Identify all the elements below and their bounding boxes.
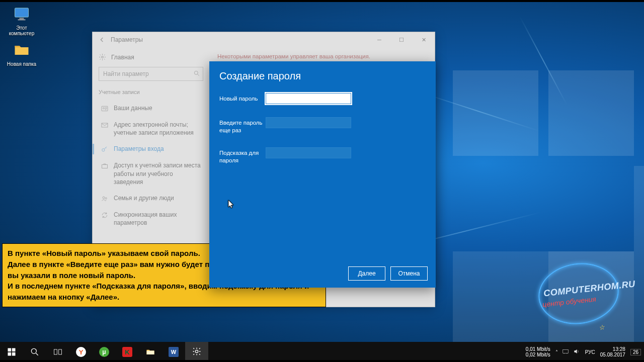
- close-button[interactable]: ✕: [413, 32, 435, 47]
- sidebar-item-label: Доступ к учетной записи места работы или…: [114, 161, 201, 186]
- sidebar-item-work-access[interactable]: Доступ к учетной записи места работы или…: [99, 157, 203, 190]
- people-icon: [101, 195, 109, 203]
- svg-point-10: [103, 197, 105, 199]
- mouse-cursor: [228, 200, 235, 210]
- sidebar-item-sync[interactable]: Синхронизация ваших параметров: [99, 207, 203, 231]
- key-icon: [101, 145, 109, 153]
- svg-rect-15: [12, 352, 16, 356]
- dialog-title: Создание пароля: [209, 61, 436, 93]
- taskbar-app-utorrent[interactable]: μ: [93, 342, 116, 362]
- svg-point-11: [105, 198, 107, 199]
- create-password-dialog: Создание пароля Новый пароль Введите пар…: [209, 61, 436, 288]
- svg-rect-12: [8, 348, 12, 352]
- svg-point-6: [103, 108, 105, 109]
- desktop-icon-label: Новая папка: [4, 61, 39, 67]
- desktop-icon-this-pc[interactable]: Этот компьютер: [4, 5, 39, 36]
- svg-rect-19: [147, 351, 154, 355]
- search-button[interactable]: [23, 342, 46, 362]
- back-button[interactable]: [97, 34, 108, 45]
- sidebar-item-family[interactable]: Семья и другие люди: [99, 190, 203, 207]
- sidebar-item-signin-options[interactable]: Параметры входа: [99, 141, 203, 157]
- sidebar-category: Учетные записи: [99, 89, 203, 95]
- svg-point-4: [194, 71, 198, 74]
- minimize-button[interactable]: ─: [368, 32, 390, 47]
- search-input[interactable]: [99, 67, 203, 81]
- network-speed: 0,01 Mbit/s 0,02 Mbit/s: [526, 346, 550, 358]
- tray-language[interactable]: РУС: [585, 349, 595, 355]
- new-password-input[interactable]: [266, 93, 351, 104]
- star-icon: ☆: [598, 323, 605, 331]
- svg-rect-13: [12, 348, 16, 352]
- tray-network-icon[interactable]: [562, 348, 569, 356]
- svg-point-16: [31, 348, 36, 353]
- svg-rect-7: [102, 123, 108, 127]
- sidebar-item-label: Семья и другие люди: [114, 194, 174, 202]
- tray-clock[interactable]: 13:28 05.08.2017: [600, 346, 625, 358]
- settings-search[interactable]: [99, 67, 203, 81]
- sidebar-item-label: Адрес электронной почты; учетные записи …: [114, 121, 201, 137]
- sidebar-home[interactable]: Главная: [99, 53, 203, 61]
- tray-calendar-day[interactable]: 26: [630, 349, 641, 355]
- repeat-password-label: Введите пароль еще раз: [219, 117, 266, 134]
- svg-rect-18: [59, 349, 62, 354]
- password-hint-label: Подсказка для пароля: [219, 147, 266, 164]
- titlebar: Параметры ─ ☐ ✕: [93, 32, 435, 47]
- task-view-button[interactable]: [46, 342, 69, 362]
- start-button[interactable]: [0, 342, 23, 362]
- computer-icon: [13, 5, 31, 23]
- taskbar: Y μ K W 0,01 Mbit/s 0,02 Mbit/s ˄ РУС 13…: [0, 342, 644, 362]
- svg-rect-2: [18, 20, 26, 21]
- svg-rect-0: [15, 8, 29, 17]
- mail-icon: [101, 121, 109, 129]
- desktop-icon-new-folder[interactable]: Новая папка: [4, 41, 39, 67]
- taskbar-app-explorer[interactable]: [139, 342, 162, 362]
- sidebar-item-label: Параметры входа: [114, 145, 164, 153]
- taskbar-app-settings[interactable]: [185, 342, 208, 362]
- sidebar-item-email-accounts[interactable]: Адрес электронной почты; учетные записи …: [99, 117, 203, 141]
- taskbar-app-kaspersky[interactable]: K: [116, 342, 139, 362]
- next-button[interactable]: Далее: [348, 266, 385, 281]
- person-card-icon: [101, 105, 109, 113]
- svg-point-3: [102, 56, 104, 58]
- new-password-label: Новый пароль: [219, 93, 266, 103]
- folder-icon: [13, 41, 31, 59]
- sidebar-home-label: Главная: [111, 54, 134, 61]
- taskbar-app-yandex[interactable]: Y: [69, 342, 93, 362]
- svg-point-8: [102, 149, 105, 151]
- svg-rect-17: [54, 349, 57, 354]
- sidebar-item-your-info[interactable]: Ваши данные: [99, 100, 203, 117]
- svg-rect-21: [563, 350, 569, 353]
- tray-volume-icon[interactable]: [573, 348, 580, 356]
- password-hint-input[interactable]: [266, 147, 351, 158]
- sidebar-item-label: Ваши данные: [114, 104, 152, 112]
- svg-rect-1: [20, 18, 24, 20]
- svg-point-20: [195, 350, 198, 352]
- svg-rect-9: [102, 165, 108, 168]
- briefcase-icon: [101, 162, 109, 170]
- window-title: Параметры: [111, 36, 143, 43]
- tray-chevron-up-icon[interactable]: ˄: [555, 349, 558, 355]
- system-tray: 0,01 Mbit/s 0,02 Mbit/s ˄ РУС 13:28 05.0…: [526, 342, 644, 362]
- sync-icon: [101, 211, 109, 219]
- cancel-button[interactable]: Отмена: [390, 266, 428, 281]
- repeat-password-input[interactable]: [266, 117, 351, 128]
- org-management-banner: Некоторыми параметрами управляет ваша ор…: [217, 53, 427, 59]
- taskbar-app-word[interactable]: W: [162, 342, 185, 362]
- sidebar-item-label: Синхронизация ваших параметров: [114, 211, 201, 227]
- desktop-icon-label: Этот компьютер: [4, 25, 39, 36]
- search-icon: [193, 70, 200, 77]
- watermark-logo: COMPUTERHOM.RU центр ☆ обучения: [518, 268, 629, 329]
- home-icon: [99, 53, 106, 61]
- maximize-button[interactable]: ☐: [390, 32, 413, 47]
- svg-rect-14: [8, 352, 12, 356]
